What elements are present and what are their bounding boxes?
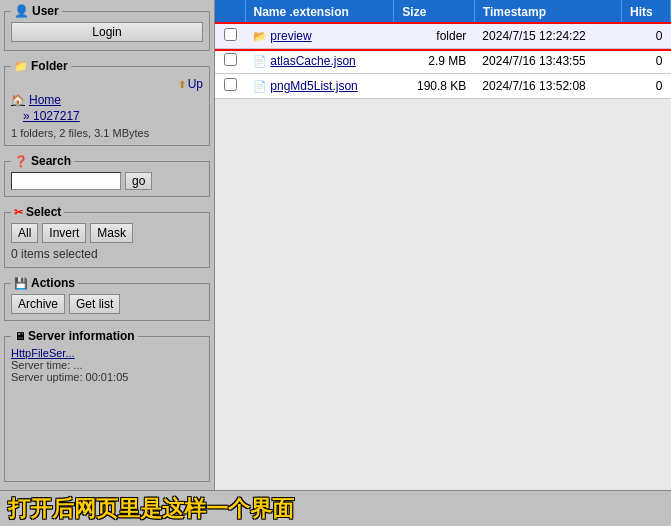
right-panel: Name .extension Size Timestamp Hits prev… — [215, 0, 671, 490]
items-selected: 0 items selected — [11, 247, 203, 261]
file-link[interactable]: preview — [270, 29, 311, 43]
folder-icon — [253, 29, 267, 43]
col-timestamp[interactable]: Timestamp — [474, 0, 621, 24]
row-checkbox[interactable] — [224, 28, 237, 41]
left-panel: User Login Folder Up Home » 1027217 1 fo… — [0, 0, 215, 490]
bottom-bar: 打开后网页里是这样一个界面 — [0, 490, 671, 526]
folder-icon — [14, 59, 28, 73]
table-row: atlasCache.json2.9 MB2024/7/16 13:43:550 — [215, 49, 671, 74]
server-link[interactable]: HttpFileSer... — [11, 347, 203, 359]
user-title: User — [32, 4, 59, 18]
search-row: go — [11, 172, 203, 190]
col-size[interactable]: Size — [394, 0, 475, 24]
folder-title: Folder — [31, 59, 68, 73]
search-legend: Search — [11, 154, 74, 168]
server-line1: Server time: ... — [11, 359, 203, 371]
home-icon — [11, 93, 25, 107]
row-checkbox[interactable] — [224, 78, 237, 91]
sub-folder-link[interactable]: » 1027217 — [11, 109, 203, 123]
select-title: Select — [26, 205, 61, 219]
file-icon — [253, 54, 267, 68]
search-icon — [14, 154, 28, 168]
file-hits: 0 — [622, 49, 671, 74]
up-button[interactable]: Up — [178, 77, 203, 91]
up-icon — [178, 77, 186, 91]
server-section: Server information HttpFileSer... Server… — [4, 329, 210, 482]
file-timestamp: 2024/7/16 13:52:08 — [474, 74, 621, 99]
select-legend: Select — [11, 205, 64, 219]
folder-info: 1 folders, 2 files, 3.1 MBytes — [11, 127, 203, 139]
row-checkbox[interactable] — [224, 53, 237, 66]
file-timestamp: 2024/7/15 12:24:22 — [474, 24, 621, 49]
actions-icon — [14, 276, 28, 290]
user-icon — [14, 4, 29, 18]
table-row: pngMd5List.json190.8 KB2024/7/16 13:52:0… — [215, 74, 671, 99]
actions-legend: Actions — [11, 276, 78, 290]
search-title: Search — [31, 154, 71, 168]
file-link[interactable]: atlasCache.json — [270, 54, 355, 68]
actions-section: Actions Archive Get list — [4, 276, 210, 321]
search-input[interactable] — [11, 172, 121, 190]
invert-button[interactable]: Invert — [42, 223, 86, 243]
all-button[interactable]: All — [11, 223, 38, 243]
file-size: 2.9 MB — [394, 49, 475, 74]
folder-legend: Folder — [11, 59, 71, 73]
get-list-button[interactable]: Get list — [69, 294, 120, 314]
user-legend: User — [11, 4, 62, 18]
home-link[interactable]: Home — [11, 93, 203, 107]
go-button[interactable]: go — [125, 172, 152, 190]
login-button[interactable]: Login — [11, 22, 203, 42]
file-size: folder — [394, 24, 475, 49]
user-section: User Login — [4, 4, 210, 51]
file-size: 190.8 KB — [394, 74, 475, 99]
folder-nav: Up — [11, 77, 203, 91]
file-timestamp: 2024/7/16 13:43:55 — [474, 49, 621, 74]
file-link[interactable]: pngMd5List.json — [270, 79, 357, 93]
archive-button[interactable]: Archive — [11, 294, 65, 314]
select-icon — [14, 205, 23, 219]
file-hits: 0 — [622, 24, 671, 49]
table-row: previewfolder2024/7/15 12:24:220 — [215, 24, 671, 49]
action-buttons: Archive Get list — [11, 294, 203, 314]
search-section: Search go — [4, 154, 210, 197]
table-header-row: Name .extension Size Timestamp Hits — [215, 0, 671, 24]
file-table: Name .extension Size Timestamp Hits prev… — [215, 0, 671, 99]
select-section: Select All Invert Mask 0 items selected — [4, 205, 210, 268]
col-checkbox — [215, 0, 245, 24]
home-label: Home — [29, 93, 61, 107]
col-name[interactable]: Name .extension — [245, 0, 394, 24]
up-label: Up — [188, 77, 203, 91]
server-title: Server information — [28, 329, 135, 343]
chinese-text: 打开后网页里是这样一个界面 — [8, 494, 294, 524]
file-icon — [253, 79, 267, 93]
actions-title: Actions — [31, 276, 75, 290]
file-hits: 0 — [622, 74, 671, 99]
mask-button[interactable]: Mask — [90, 223, 133, 243]
server-line2: Server uptime: 00:01:05 — [11, 371, 203, 383]
col-hits[interactable]: Hits — [622, 0, 671, 24]
select-buttons: All Invert Mask — [11, 223, 203, 243]
server-icon — [14, 329, 25, 343]
folder-section: Folder Up Home » 1027217 1 folders, 2 fi… — [4, 59, 210, 146]
server-legend: Server information — [11, 329, 138, 343]
